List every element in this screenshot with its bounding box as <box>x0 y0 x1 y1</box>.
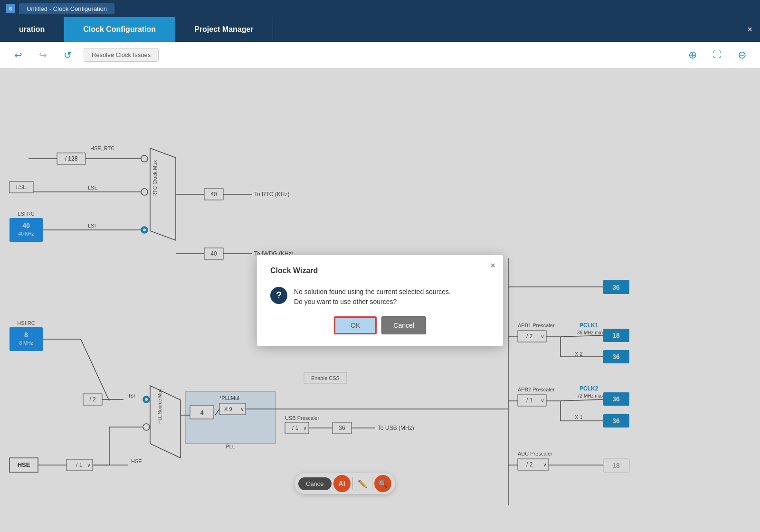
dialog-message-line2: Do you want to use other sources? <box>294 298 397 305</box>
zoom-out-button[interactable]: ⊖ <box>733 47 750 64</box>
resolve-clock-issues-button[interactable]: Resolve Clock Issues <box>84 48 159 62</box>
title-bar: ⚙ Untitled - Clock Configuration <box>0 0 760 17</box>
dialog-question-icon: ? <box>270 287 287 304</box>
nav-bar: uration Clock Configuration Project Mana… <box>0 17 760 42</box>
nav-configuration[interactable]: uration <box>0 17 64 42</box>
dialog-ok-button[interactable]: OK <box>334 316 377 334</box>
dialog-message-line1: No solution found using the current sele… <box>294 288 451 295</box>
undo-button[interactable]: ↩ <box>10 47 27 64</box>
dialog-overlay: Clock Wizard × ? No solution found using… <box>0 68 760 532</box>
dialog-body: ? No solution found using the current se… <box>270 287 490 307</box>
dialog-message: No solution found using the current sele… <box>294 287 451 307</box>
refresh-button[interactable]: ↺ <box>59 47 76 64</box>
dialog-title: Clock Wizard <box>270 266 490 279</box>
nav-clock-config[interactable]: Clock Configuration <box>64 17 175 42</box>
main-content: / 128 HSE_RTC LSE LSI RTC Clock Mux 40 T… <box>0 68 760 532</box>
fullscreen-button[interactable]: ⛶ <box>709 47 726 64</box>
title-tab: Untitled - Clock Configuration <box>19 3 114 14</box>
nav-close-button[interactable]: × <box>740 17 760 42</box>
dialog-close-button[interactable]: × <box>490 261 495 271</box>
app-icon: ⚙ <box>6 4 15 13</box>
nav-project-manager[interactable]: Project Manager <box>175 17 273 42</box>
dialog-buttons: OK Cancel <box>270 316 490 334</box>
clock-wizard-dialog: Clock Wizard × ? No solution found using… <box>256 255 504 346</box>
toolbar: ↩ ↪ ↺ Resolve Clock Issues ⊕ ⛶ ⊖ <box>0 42 760 68</box>
zoom-in-button[interactable]: ⊕ <box>684 47 701 64</box>
redo-button[interactable]: ↪ <box>34 47 51 64</box>
dialog-cancel-button[interactable]: Cancel <box>381 316 426 334</box>
